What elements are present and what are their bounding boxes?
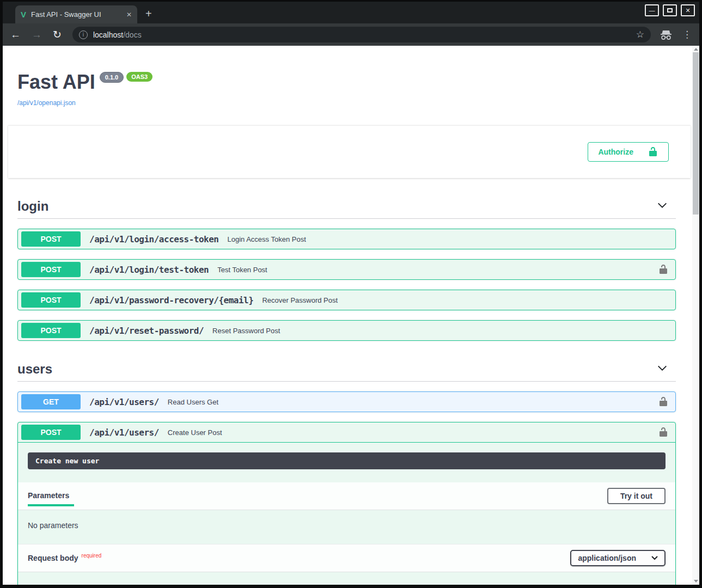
tag-name: login xyxy=(17,199,48,214)
reload-button[interactable]: ↻ xyxy=(53,28,62,41)
endpoint-path: /api/v1/reset-password/ xyxy=(89,326,204,336)
endpoint-row[interactable]: POST /api/v1/login/access-token Login Ac… xyxy=(17,229,676,249)
endpoint-path: /api/v1/users/ xyxy=(89,427,159,438)
endpoint-summary: Recover Password Post xyxy=(262,296,338,304)
back-button[interactable]: ← xyxy=(10,29,21,41)
maximize-icon xyxy=(667,8,673,13)
tag-section-users: users GET /api/v1/users/ Read Users Get xyxy=(17,357,676,585)
tab-close-icon[interactable]: ✕ xyxy=(126,11,132,19)
openapi-spec-link[interactable]: /api/v1/openapi.json xyxy=(17,99,676,107)
browser-menu-icon[interactable]: ⋮ xyxy=(682,29,692,40)
endpoint-body: Create new user Parameters Try it out No… xyxy=(18,442,675,585)
endpoint-path: /api/v1/login/access-token xyxy=(89,234,218,244)
auth-lock-button[interactable] xyxy=(658,264,669,275)
try-it-out-button[interactable]: Try it out xyxy=(607,488,666,504)
new-tab-button[interactable]: + xyxy=(145,8,152,20)
method-badge: POST xyxy=(21,425,81,440)
unlock-icon xyxy=(658,427,669,438)
api-info: Fast API 0.1.0OAS3 /api/v1/openapi.json xyxy=(17,46,676,107)
tag-header-users[interactable]: users xyxy=(17,357,676,382)
incognito-icon xyxy=(660,29,673,40)
browser-tab[interactable]: V Fast API - Swagger UI ✕ xyxy=(15,5,137,23)
page-viewport: Fast API 0.1.0OAS3 /api/v1/openapi.json … xyxy=(3,46,699,585)
browser-titlebar: V Fast API - Swagger UI ✕ + — ✕ xyxy=(3,2,699,23)
required-flag: required xyxy=(82,553,102,559)
model-example-tabs: Example Value Schema xyxy=(18,572,675,585)
oas3-badge: OAS3 xyxy=(126,72,152,82)
method-badge: POST xyxy=(21,231,81,247)
url-host: localhost xyxy=(93,30,123,39)
media-type-value: application/json xyxy=(578,554,636,562)
method-badge: POST xyxy=(21,323,81,338)
endpoint-row[interactable]: POST /api/v1/reset-password/ Reset Passw… xyxy=(17,320,676,341)
endpoint-path: /api/v1/users/ xyxy=(89,397,159,407)
operation-description: Create new user xyxy=(28,452,666,469)
method-badge: GET xyxy=(21,394,81,409)
favicon-icon: V xyxy=(21,10,26,19)
unlock-icon xyxy=(658,396,669,407)
scheme-container: Authorize xyxy=(8,125,691,178)
endpoint-summary-row[interactable]: POST /api/v1/users/ Create User Post xyxy=(18,422,675,442)
browser-toolbar: ← → ↻ i localhost/docs ☆ ⋮ xyxy=(3,23,699,46)
page-title: Fast API xyxy=(17,71,95,94)
maximize-button[interactable] xyxy=(663,4,677,16)
auth-lock-button[interactable] xyxy=(658,427,669,438)
endpoint-row[interactable]: POST /api/v1/password-recovery/{email} R… xyxy=(17,290,676,310)
endpoint-row[interactable]: GET /api/v1/users/ Read Users Get xyxy=(17,391,676,412)
scrollbar-thumb[interactable] xyxy=(693,52,699,215)
chevron-down-icon[interactable] xyxy=(656,362,668,376)
chevron-down-icon xyxy=(651,556,658,560)
unlock-icon xyxy=(648,146,658,157)
site-info-icon[interactable]: i xyxy=(79,30,88,39)
tab-title: Fast API - Swagger UI xyxy=(31,10,123,19)
swagger-page: Fast API 0.1.0OAS3 /api/v1/openapi.json … xyxy=(3,46,692,585)
authorize-label: Authorize xyxy=(598,148,633,156)
tag-name: users xyxy=(17,362,52,377)
scroll-down-icon[interactable] xyxy=(694,580,698,583)
tag-header-login[interactable]: login xyxy=(17,194,676,219)
method-badge: POST xyxy=(21,292,81,308)
bookmark-star-icon[interactable]: ☆ xyxy=(636,29,644,40)
endpoint-row-expanded: POST /api/v1/users/ Create User Post Cre… xyxy=(17,422,676,585)
endpoint-summary: Read Users Get xyxy=(168,398,218,406)
request-body-header: Request bodyrequired application/json xyxy=(18,544,675,572)
authorize-button[interactable]: Authorize xyxy=(588,142,669,162)
auth-lock-button[interactable] xyxy=(658,396,669,407)
endpoint-path: /api/v1/login/test-token xyxy=(89,265,209,275)
version-badge: 0.1.0 xyxy=(100,72,124,83)
url-bar[interactable]: i localhost/docs ☆ xyxy=(72,27,651,42)
forward-button[interactable]: → xyxy=(32,29,42,41)
request-body-label: Request body xyxy=(28,554,78,562)
endpoint-path: /api/v1/password-recovery/{email} xyxy=(89,295,253,305)
browser-window: V Fast API - Swagger UI ✕ + — ✕ ← → ↻ i … xyxy=(0,0,702,588)
vertical-scrollbar[interactable] xyxy=(692,46,699,585)
chevron-down-icon[interactable] xyxy=(656,199,668,213)
unlock-icon xyxy=(658,264,669,275)
endpoint-summary: Login Access Token Post xyxy=(227,235,306,243)
tag-section-login: login POST /api/v1/login/access-token Lo… xyxy=(17,194,676,341)
parameters-header: Parameters Try it out xyxy=(18,482,675,510)
method-badge: POST xyxy=(21,262,81,277)
endpoint-summary: Test Token Post xyxy=(217,266,267,274)
media-type-select[interactable]: application/json xyxy=(570,550,666,566)
minimize-button[interactable]: — xyxy=(645,4,659,16)
endpoint-row[interactable]: POST /api/v1/login/test-token Test Token… xyxy=(17,259,676,280)
tab-parameters: Parameters xyxy=(28,491,69,506)
close-button[interactable]: ✕ xyxy=(681,4,695,16)
endpoint-summary: Create User Post xyxy=(168,428,222,437)
url-path: /docs xyxy=(123,30,141,39)
endpoint-summary: Reset Password Post xyxy=(212,327,280,335)
scroll-up-icon[interactable] xyxy=(694,48,698,51)
no-parameters-text: No parameters xyxy=(18,510,675,544)
